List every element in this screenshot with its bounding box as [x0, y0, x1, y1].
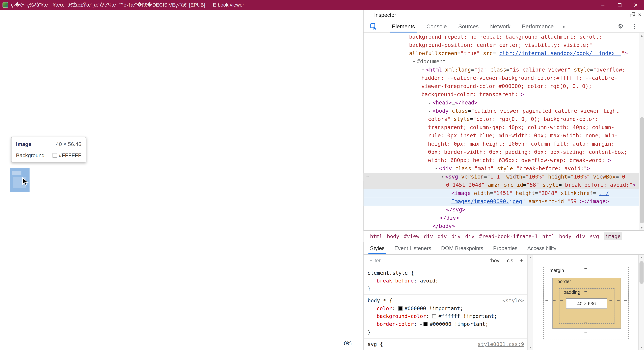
css-declaration[interactable]: background-color: #ffffff !important;: [368, 312, 524, 320]
dom-tree-line[interactable]: ▸<head>…</head>: [364, 99, 639, 107]
dom-tree-line[interactable]: ▾#document: [364, 58, 639, 66]
dom-tree-line[interactable]: transparent; column-gap: 40px; column-wi…: [364, 123, 639, 132]
sidebar-tab-styles[interactable]: Styles: [365, 242, 390, 254]
dom-tree-line[interactable]: background-color: transparent;">: [364, 91, 639, 99]
collapse-arrow-icon[interactable]: ▾: [427, 107, 432, 115]
element-class-toggle[interactable]: .cls: [506, 258, 513, 264]
dom-tree-line[interactable]: </div>: [364, 214, 639, 222]
dom-tree-line[interactable]: width: 680px; height: 636px; overflow-wr…: [364, 156, 639, 164]
mouse-cursor-icon: [22, 177, 29, 187]
css-declaration[interactable]: margin: ▶0;: [368, 348, 524, 350]
crumb-html[interactable]: html: [542, 233, 554, 240]
sidebar-tab-event-listeners[interactable]: Event Listeners: [390, 242, 436, 254]
dom-tree-line[interactable]: Images/image00090.jpeg" amzn-src-id="59"…: [364, 198, 639, 206]
crumb-div[interactable]: div: [424, 233, 433, 240]
dom-tree-line[interactable]: hidden; --calibre-viewer-background-colo…: [364, 74, 639, 82]
scroll-up-icon[interactable]: ▲: [528, 255, 533, 260]
crumb-html[interactable]: html: [370, 233, 382, 240]
sidebar-tab-properties[interactable]: Properties: [488, 242, 522, 254]
dom-tree-line[interactable]: viewer-foreground-color:#000000; color: …: [364, 82, 639, 91]
more-menu-kebab-icon[interactable]: ⋮: [632, 23, 638, 30]
crumb-image[interactable]: image: [604, 232, 622, 240]
scrollbar-thumb[interactable]: [640, 117, 644, 223]
resource-link[interactable]: Images/image00090.jpeg: [451, 198, 522, 204]
box-model-content[interactable]: 40 × 636: [566, 298, 607, 309]
tab-console[interactable]: Console: [420, 20, 452, 32]
dom-tree-line[interactable]: allowfullscreen="true" src="clbr://inter…: [364, 49, 639, 58]
float-window-icon[interactable]: [630, 12, 635, 17]
tab-sources[interactable]: Sources: [452, 20, 484, 32]
scroll-down-icon[interactable]: ▼: [639, 345, 644, 350]
expand-arrow-icon[interactable]: ▶: [420, 320, 422, 328]
ebook-viewer-area[interactable]: image 40 × 56.46 Background #FFFFFF 0%: [0, 10, 363, 350]
crumb-div[interactable]: div: [451, 233, 460, 240]
dom-tree-line[interactable]: </body>: [364, 222, 639, 230]
collapse-arrow-icon[interactable]: ▾: [412, 58, 416, 66]
pseudo-state-toggle[interactable]: :hov: [490, 258, 500, 264]
tab-performance[interactable]: Performance: [516, 20, 560, 32]
box-model-scrollbar[interactable]: ▲ ▼: [638, 255, 644, 350]
maximize-button[interactable]: [611, 0, 628, 10]
color-swatch[interactable]: [432, 314, 436, 318]
styles-filter-input[interactable]: Filter: [369, 258, 484, 264]
sidebar-tab-accessibility[interactable]: Accessibility: [522, 242, 561, 254]
scrollbar-thumb[interactable]: [640, 261, 644, 284]
tab-network[interactable]: Network: [484, 20, 516, 32]
dom-tree-line[interactable]: background-position: center center; visi…: [364, 41, 639, 49]
minimize-button[interactable]: –: [595, 0, 611, 10]
tab-elements[interactable]: Elements: [386, 20, 420, 32]
close-button[interactable]: ✕: [628, 0, 644, 10]
collapse-arrow-icon[interactable]: ▾: [440, 173, 445, 181]
scroll-up-icon[interactable]: ▲: [639, 255, 644, 260]
crumb-div[interactable]: div: [576, 233, 585, 240]
style-rule[interactable]: body * {<style>color: #000000 !important…: [364, 295, 527, 338]
dom-tree-line[interactable]: </svg>: [364, 206, 639, 214]
dom-tree-line[interactable]: height: 0px; max-height: 100vh; column-f…: [364, 140, 639, 148]
dom-tree-line[interactable]: background-repeat: no-repeat; background…: [364, 33, 639, 41]
css-declaration[interactable]: border-color: ▶#000000 !important;: [368, 320, 524, 328]
dom-tree-line[interactable]: ▾<div class="main" style="break-before: …: [364, 164, 639, 173]
collapse-arrow-icon[interactable]: ▾: [434, 164, 438, 173]
rule-source-link[interactable]: style0001.css:9: [478, 340, 524, 348]
dom-tree-line[interactable]: 0px; border-width: 0px; padding: 0px; bo…: [364, 148, 639, 156]
node-menu-dots-icon[interactable]: ⋯: [366, 173, 369, 181]
crumb-read-book-iframe-1[interactable]: #read-book-iframe-1: [479, 233, 538, 240]
style-rule[interactable]: svg {style0001.css:9margin: ▶0;}: [364, 338, 527, 350]
crumb-view[interactable]: #view: [404, 233, 419, 240]
tab-overflow-chevron-icon[interactable]: »: [560, 23, 569, 29]
expand-arrow-icon[interactable]: ▶: [401, 348, 403, 350]
dom-tree-line[interactable]: 0 1451 2048" amzn-src-id="58" style="bre…: [364, 181, 639, 189]
new-style-rule-button[interactable]: +: [520, 257, 523, 265]
scroll-down-icon[interactable]: ▼: [639, 225, 644, 230]
resource-link[interactable]: clbr://internal.sandbox/book/__index__: [499, 50, 621, 56]
color-swatch[interactable]: [398, 306, 402, 310]
expand-arrow-icon[interactable]: ▸: [427, 99, 432, 107]
inspect-element-button[interactable]: [370, 23, 377, 30]
crumb-body[interactable]: body: [387, 233, 399, 240]
css-declaration[interactable]: color: #000000 !important;: [368, 304, 524, 312]
dom-tree-line[interactable]: ⋯▾<svg version="1.1" width="100%" height…: [364, 173, 639, 181]
devtools-close-icon[interactable]: ✕: [638, 12, 642, 18]
settings-gear-icon[interactable]: ⚙: [618, 23, 624, 30]
collapse-arrow-icon[interactable]: ▾: [420, 66, 426, 74]
box-model-value: –: [617, 297, 620, 303]
dom-tree-line[interactable]: ▾<html xml:lang="ja" class="is-calibre-v…: [364, 66, 639, 74]
resource-link[interactable]: ../: [599, 190, 609, 196]
dom-tree-line[interactable]: rule: 0px inset blue; min-width: 0px; ma…: [364, 132, 639, 140]
dom-tree-line[interactable]: ▾<body class="calibre-viewer-paginated c…: [364, 107, 639, 115]
scroll-up-icon[interactable]: ▲: [639, 33, 644, 38]
scroll-down-icon[interactable]: ▼: [528, 345, 533, 350]
crumb-div[interactable]: div: [465, 233, 474, 240]
sidebar-tab-dom-breakpoints[interactable]: DOM Breakpoints: [436, 242, 488, 254]
tooltip-background-label: Background: [16, 152, 44, 158]
css-declaration[interactable]: break-before: avoid;: [368, 277, 524, 285]
styles-scrollbar[interactable]: ▲ ▼: [527, 255, 533, 350]
crumb-body[interactable]: body: [559, 233, 572, 240]
color-swatch[interactable]: [424, 322, 428, 326]
elements-scrollbar[interactable]: ▲ ▼: [639, 33, 644, 230]
crumb-svg[interactable]: svg: [590, 233, 599, 240]
dom-tree-line[interactable]: colors" style="color: rgb(0, 0, 0); back…: [364, 115, 639, 123]
dom-tree-line[interactable]: <image width="1451" height="2048" xlink:…: [364, 189, 639, 198]
crumb-div[interactable]: div: [438, 233, 447, 240]
style-rule[interactable]: element.style {break-before: avoid;}: [364, 267, 527, 295]
